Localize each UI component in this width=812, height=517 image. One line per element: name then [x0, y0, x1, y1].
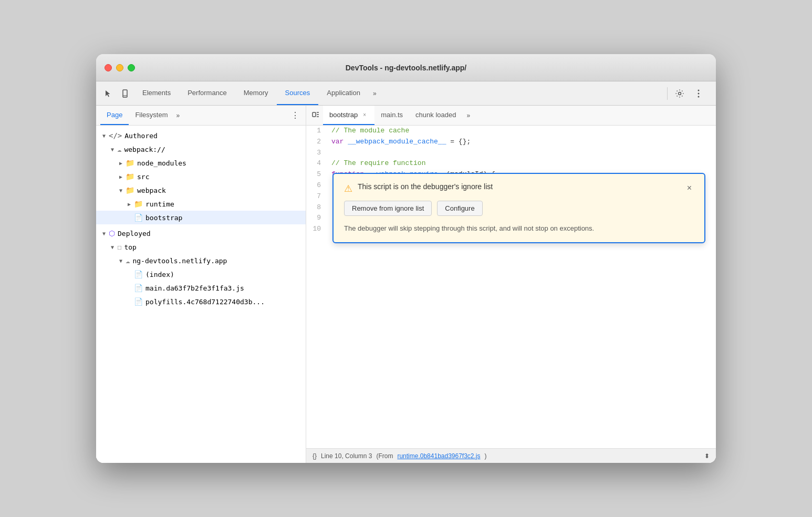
status-close-paren: )	[485, 452, 487, 460]
line-num-5: 5	[306, 169, 327, 180]
main-content: Page Filesystem » ⋮ ▼ </> Authored ▼	[96, 106, 716, 463]
status-position: Line 10, Column 3	[321, 452, 372, 460]
file-icon-polyfills: 📄	[134, 297, 143, 306]
arrow-polyfills	[126, 299, 133, 305]
remove-from-ignore-list-button[interactable]: Remove from ignore list	[344, 201, 432, 216]
cloud-icon-ng: ☁	[126, 256, 130, 265]
popup-description: The debugger will skip stepping through …	[344, 223, 694, 234]
tab-performance[interactable]: Performance	[179, 81, 235, 105]
folder-icon-webpack: 📁	[126, 186, 134, 194]
tree-item-index[interactable]: 📄 (index)	[96, 267, 306, 281]
tree-item-runtime[interactable]: ▶ 📁 runtime	[96, 197, 306, 211]
tree-item-node-modules[interactable]: ▶ 📁 node_modules	[96, 156, 306, 170]
arrow-webpack-root: ▼	[109, 147, 116, 152]
label-src: src	[137, 173, 149, 181]
cloud-icon-webpack: ☁	[117, 145, 121, 153]
file-icon-main-js: 📄	[134, 284, 143, 292]
tree-item-src[interactable]: ▶ 📁 src	[96, 170, 306, 183]
close-button[interactable]	[105, 64, 112, 71]
line-num-3: 3	[306, 148, 327, 159]
tab-elements[interactable]: Elements	[134, 81, 179, 105]
svg-point-5	[698, 96, 700, 97]
arrow-authored: ▼	[100, 133, 108, 139]
line-code-2: var __webpack_module_cache__ = {};	[327, 137, 716, 148]
tag-icon: </>	[109, 131, 122, 140]
label-webpack-root: webpack://	[124, 146, 165, 153]
code-area[interactable]: 1 // The module cache 2 var __webpack_mo…	[306, 126, 716, 448]
collapse-sidebar-icon[interactable]	[308, 110, 323, 120]
label-node-modules: node_modules	[137, 159, 186, 167]
subtab-filesystem[interactable]: Filesystem	[129, 106, 174, 125]
configure-button[interactable]: Configure	[437, 201, 482, 216]
editor-tab-bootstrap[interactable]: bootstrap ×	[323, 106, 374, 125]
scroll-to-bottom-icon[interactable]: ⬍	[704, 452, 710, 460]
cursor-icon[interactable]	[100, 86, 116, 101]
arrow-ng-devtools: ▼	[117, 258, 124, 264]
subtab-page[interactable]: Page	[100, 106, 129, 125]
tab-memory[interactable]: Memory	[235, 81, 277, 105]
editor-tab-main-ts[interactable]: main.ts	[374, 106, 409, 125]
editor-tab-chunk-loaded[interactable]: chunk loaded	[409, 106, 462, 125]
editor-tabs: bootstrap × main.ts chunk loaded »	[306, 106, 716, 126]
popup-header: ⚠ This script is on the debugger's ignor…	[344, 182, 694, 194]
tree-item-main-js[interactable]: 📄 main.da63f7b2fe3f1fa3.js	[96, 281, 306, 295]
file-tree: ▼ </> Authored ▼ ☁ webpack:// ▶ 📁 node_m…	[96, 126, 306, 312]
tree-item-webpack-root[interactable]: ▼ ☁ webpack://	[96, 142, 306, 156]
folder-icon-src: 📁	[126, 172, 134, 181]
devtools-tabs: Elements Performance Memory Sources Appl…	[134, 81, 663, 105]
label-deployed: Deployed	[118, 230, 151, 237]
label-bootstrap: bootstrap	[145, 214, 182, 222]
subtabs-more-button[interactable]: »	[174, 112, 182, 119]
warning-icon: ⚠	[344, 183, 352, 194]
code-line-4: 4 // The require function	[306, 158, 716, 169]
traffic-lights	[105, 64, 135, 71]
folder-icon-node-modules: 📁	[126, 159, 134, 167]
arrow-bootstrap	[126, 215, 133, 221]
editor-tab-chunk-loaded-label: chunk loaded	[415, 111, 456, 119]
popup-close-button[interactable]: ×	[685, 182, 694, 194]
subtabs: Page Filesystem » ⋮	[96, 106, 306, 126]
line-num-9: 9	[306, 213, 327, 224]
editor-tabs-more-button[interactable]: »	[462, 112, 474, 119]
tree-item-top[interactable]: ▼ ☐ top	[96, 240, 306, 254]
devtools-tabbar: Elements Performance Memory Sources Appl…	[96, 81, 716, 106]
label-polyfills: polyfills.4c768d7122740d3b...	[145, 298, 265, 306]
devtools-window: DevTools - ng-devtools.netlify.app/ Elem…	[96, 54, 716, 463]
arrow-webpack-folder: ▼	[117, 188, 124, 193]
label-main-js: main.da63f7b2fe3f1fa3.js	[145, 284, 244, 292]
popup-title: This script is on the debugger's ignore …	[358, 182, 685, 191]
editor-tab-main-ts-label: main.ts	[381, 111, 403, 119]
tree-item-webpack-folder[interactable]: ▼ 📁 webpack	[96, 183, 306, 197]
status-from-label: (From	[376, 452, 393, 460]
tree-item-polyfills[interactable]: 📄 polyfills.4c768d7122740d3b...	[96, 295, 306, 308]
label-ng-devtools: ng-devtools.netlify.app	[132, 257, 227, 265]
svg-rect-6	[313, 112, 316, 117]
minimize-button[interactable]	[116, 64, 123, 71]
tree-item-ng-devtools[interactable]: ▼ ☁ ng-devtools.netlify.app	[96, 254, 306, 267]
tree-item-bootstrap[interactable]: 📄 bootstrap	[96, 211, 306, 224]
file-icon-index: 📄	[134, 270, 143, 278]
tab-application[interactable]: Application	[318, 81, 369, 105]
editor-tab-bootstrap-close[interactable]: ×	[361, 111, 368, 119]
label-top: top	[124, 243, 136, 251]
mobile-icon[interactable]	[117, 86, 133, 101]
subtab-menu-button[interactable]: ⋮	[289, 108, 301, 122]
more-options-icon[interactable]	[691, 86, 706, 101]
tabs-more-button[interactable]: »	[369, 81, 381, 105]
status-braces[interactable]: {}	[313, 452, 317, 460]
maximize-button[interactable]	[128, 64, 135, 71]
line-num-1: 1	[306, 126, 327, 137]
arrow-node-modules: ▶	[117, 160, 124, 166]
label-index: (index)	[145, 271, 174, 278]
label-webpack-folder: webpack	[137, 187, 166, 194]
line-code-1: // The module cache	[327, 126, 716, 137]
settings-icon[interactable]	[672, 86, 688, 101]
editor-tab-bootstrap-label: bootstrap	[329, 111, 358, 119]
status-source-link[interactable]: runtime.0b841bad3967f3c2.js	[397, 452, 480, 460]
tree-item-authored[interactable]: ▼ </> Authored	[96, 129, 306, 142]
frame-icon-top: ☐	[117, 243, 121, 251]
tab-sources[interactable]: Sources	[277, 81, 319, 105]
left-panel: Page Filesystem » ⋮ ▼ </> Authored ▼	[96, 106, 306, 463]
tree-item-deployed[interactable]: ▼ ⬡ Deployed	[96, 226, 306, 240]
arrow-index	[126, 272, 133, 277]
